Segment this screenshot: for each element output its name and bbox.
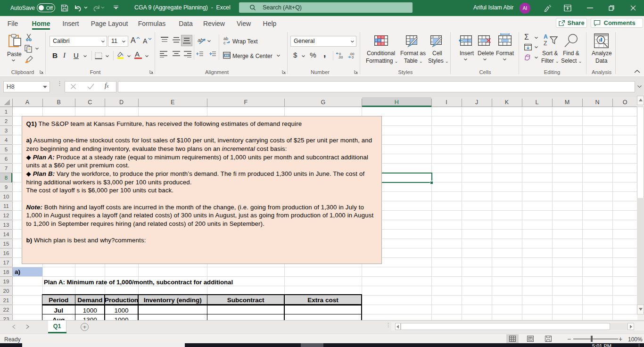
svg-text:C: C <box>88 99 92 106</box>
svg-text:18: 18 <box>3 269 9 275</box>
svg-text:15: 15 <box>3 241 9 247</box>
svg-text:0: 0 <box>352 55 354 59</box>
svg-text:19: 19 <box>3 279 9 284</box>
svg-text:7: 7 <box>5 165 8 171</box>
svg-text:20: 20 <box>3 288 9 294</box>
svg-text:12: 12 <box>3 213 9 218</box>
svg-text:K: K <box>505 99 509 106</box>
svg-text:3: 3 <box>5 128 8 133</box>
svg-text:11: 11 <box>3 203 9 209</box>
svg-text:D: D <box>119 99 124 106</box>
svg-text:.00: .00 <box>338 55 343 59</box>
svg-text:14: 14 <box>3 231 9 237</box>
svg-text:2: 2 <box>5 118 8 124</box>
svg-text:6: 6 <box>5 156 8 162</box>
svg-text:J: J <box>475 99 478 106</box>
svg-text:17: 17 <box>3 260 9 265</box>
svg-text:G: G <box>321 99 325 106</box>
svg-text:16: 16 <box>3 250 9 256</box>
svg-text:ab: ab <box>198 37 203 43</box>
svg-text:4: 4 <box>5 137 8 143</box>
svg-text:A: A <box>25 99 30 106</box>
svg-text:c: c <box>223 41 226 45</box>
svg-text:I: I <box>446 99 447 106</box>
svg-text:22: 22 <box>3 307 9 313</box>
svg-text:1: 1 <box>5 109 8 115</box>
svg-text:F: F <box>244 99 248 106</box>
svg-text:10: 10 <box>3 194 9 199</box>
svg-text:B: B <box>57 99 61 106</box>
svg-text:E: E <box>171 99 174 106</box>
svg-text:5: 5 <box>5 147 8 152</box>
svg-text:L: L <box>536 99 539 106</box>
svg-text:O: O <box>623 99 627 106</box>
svg-text:H: H <box>395 99 399 106</box>
svg-text:N: N <box>595 99 599 106</box>
svg-text:13: 13 <box>3 222 9 228</box>
svg-text:8: 8 <box>5 175 8 181</box>
svg-text:M: M <box>565 99 570 106</box>
svg-text:9: 9 <box>5 184 8 190</box>
svg-text:21: 21 <box>3 297 9 303</box>
